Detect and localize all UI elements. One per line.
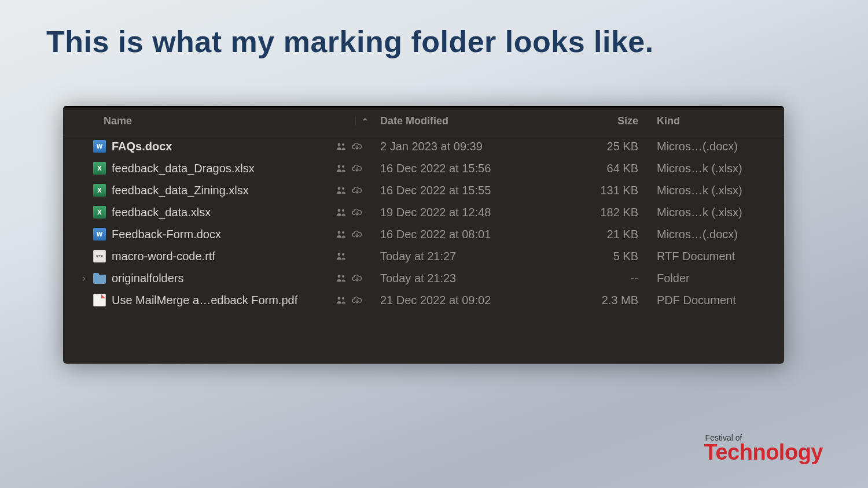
file-name-label: Feedback-Form.docx [112, 228, 330, 241]
file-date-cell: 21 Dec 2022 at 09:02 [374, 294, 548, 307]
file-kind-cell: Micros…k (.xlsx) [651, 162, 784, 175]
file-kind-cell: Micros…k (.xlsx) [651, 184, 784, 197]
file-name-cell[interactable]: FAQs.docx [63, 140, 374, 153]
file-kind-cell: Folder [651, 272, 784, 285]
svg-point-6 [338, 209, 341, 212]
file-size-cell: 2.3 MB [548, 294, 651, 307]
svg-point-14 [338, 297, 341, 300]
column-header-size[interactable]: Size [548, 115, 651, 127]
cloud-download-icon [351, 208, 363, 217]
folder-file-icon [93, 275, 106, 284]
file-date-cell: Today at 21:23 [374, 272, 548, 285]
file-name-cell[interactable]: ›originalfolders [63, 272, 374, 285]
svg-point-4 [338, 187, 341, 190]
status-icons [336, 274, 369, 283]
svg-point-11 [342, 253, 344, 256]
status-icons [336, 208, 369, 217]
file-row[interactable]: feedback_data_Zining.xlsx16 Dec 2022 at … [63, 179, 784, 201]
docx-file-icon [93, 228, 106, 241]
file-name-label: FAQs.docx [112, 140, 330, 153]
sort-ascending-icon[interactable]: ⌃ [355, 117, 369, 126]
svg-point-13 [342, 275, 344, 278]
status-icons [336, 142, 369, 151]
svg-point-9 [342, 231, 344, 234]
file-name-cell[interactable]: Feedback-Form.docx [63, 228, 374, 241]
file-date-cell: 16 Dec 2022 at 15:56 [374, 162, 548, 175]
file-size-cell: 131 KB [548, 184, 651, 197]
file-name-cell[interactable]: feedback_data_Zining.xlsx [63, 184, 374, 197]
slide-title: This is what my marking folder looks lik… [46, 24, 654, 59]
status-icons [336, 230, 369, 239]
xlsx-file-icon [93, 184, 106, 197]
file-list: FAQs.docx2 Jan 2023 at 09:3925 KBMicros…… [63, 135, 784, 311]
file-name-label: feedback_data.xlsx [112, 206, 330, 219]
finder-window: Name ⌃ Date Modified Size Kind FAQs.docx… [63, 106, 784, 364]
logo-bottom-text: Technology [704, 440, 823, 465]
rtf-file-icon [93, 250, 106, 263]
cloud-download-icon [351, 164, 363, 173]
svg-point-10 [338, 253, 341, 256]
file-date-cell: 16 Dec 2022 at 15:55 [374, 184, 548, 197]
file-size-cell: 21 KB [548, 228, 651, 241]
cloud-download-icon [351, 142, 363, 151]
file-name-cell[interactable]: feedback_data.xlsx [63, 206, 374, 219]
file-date-cell: 19 Dec 2022 at 12:48 [374, 206, 548, 219]
shared-icon [336, 230, 347, 238]
file-kind-cell: Micros…(.docx) [651, 140, 784, 153]
xlsx-file-icon [93, 162, 106, 175]
svg-point-8 [338, 231, 341, 234]
file-row[interactable]: macro-word-code.rtfToday at 21:275 KBRTF… [63, 245, 784, 267]
file-date-cell: 16 Dec 2022 at 08:01 [374, 228, 548, 241]
svg-point-7 [342, 209, 344, 212]
file-row[interactable]: feedback_data_Dragos.xlsx16 Dec 2022 at … [63, 157, 784, 179]
svg-point-0 [338, 143, 341, 146]
file-kind-cell: Micros…(.docx) [651, 228, 784, 241]
file-name-label: feedback_data_Zining.xlsx [112, 184, 330, 197]
column-header-date[interactable]: Date Modified [374, 115, 548, 127]
cloud-download-icon [351, 230, 363, 239]
status-icons [336, 296, 369, 305]
shared-icon [336, 164, 347, 172]
cloud-download-icon [351, 296, 363, 305]
xlsx-file-icon [93, 206, 106, 219]
file-name-label: originalfolders [112, 272, 330, 285]
shared-icon [336, 142, 347, 150]
column-header-name-label: Name [104, 115, 132, 127]
cloud-download-icon [351, 186, 363, 195]
shared-icon [336, 186, 347, 194]
file-row[interactable]: FAQs.docx2 Jan 2023 at 09:3925 KBMicros…… [63, 135, 784, 157]
file-kind-cell: Micros…k (.xlsx) [651, 206, 784, 219]
file-size-cell: -- [548, 272, 651, 285]
file-row[interactable]: Use MailMerge a…edback Form.pdf21 Dec 20… [63, 289, 784, 311]
file-name-cell[interactable]: macro-word-code.rtf [63, 250, 374, 263]
svg-point-15 [342, 297, 344, 300]
shared-icon [336, 208, 347, 216]
file-date-cell: 2 Jan 2023 at 09:39 [374, 140, 548, 153]
file-size-cell: 5 KB [548, 250, 651, 263]
docx-file-icon [93, 140, 106, 153]
file-name-cell[interactable]: feedback_data_Dragos.xlsx [63, 162, 374, 175]
pdf-file-icon [93, 294, 106, 306]
file-row[interactable]: ›originalfoldersToday at 21:23--Folder [63, 267, 784, 289]
file-kind-cell: RTF Document [651, 250, 784, 263]
file-size-cell: 25 KB [548, 140, 651, 153]
file-name-cell[interactable]: Use MailMerge a…edback Form.pdf [63, 294, 374, 307]
disclosure-triangle-icon[interactable]: › [80, 273, 87, 283]
column-header-name[interactable]: Name ⌃ [63, 115, 374, 127]
file-name-label: feedback_data_Dragos.xlsx [112, 162, 330, 175]
file-row[interactable]: Feedback-Form.docx16 Dec 2022 at 08:0121… [63, 223, 784, 245]
svg-point-2 [338, 165, 341, 168]
status-icons [336, 164, 369, 173]
file-row[interactable]: feedback_data.xlsx19 Dec 2022 at 12:4818… [63, 201, 784, 223]
svg-point-1 [342, 143, 344, 146]
svg-point-12 [338, 275, 341, 278]
svg-point-5 [342, 187, 344, 190]
file-size-cell: 182 KB [548, 206, 651, 219]
file-name-label: macro-word-code.rtf [112, 250, 330, 263]
footer-logo: Festival of Technology [704, 433, 823, 465]
column-header-row: Name ⌃ Date Modified Size Kind [63, 108, 784, 135]
status-icons [336, 252, 369, 260]
shared-icon [336, 274, 347, 282]
status-icons [336, 186, 369, 195]
column-header-kind[interactable]: Kind [651, 115, 784, 127]
